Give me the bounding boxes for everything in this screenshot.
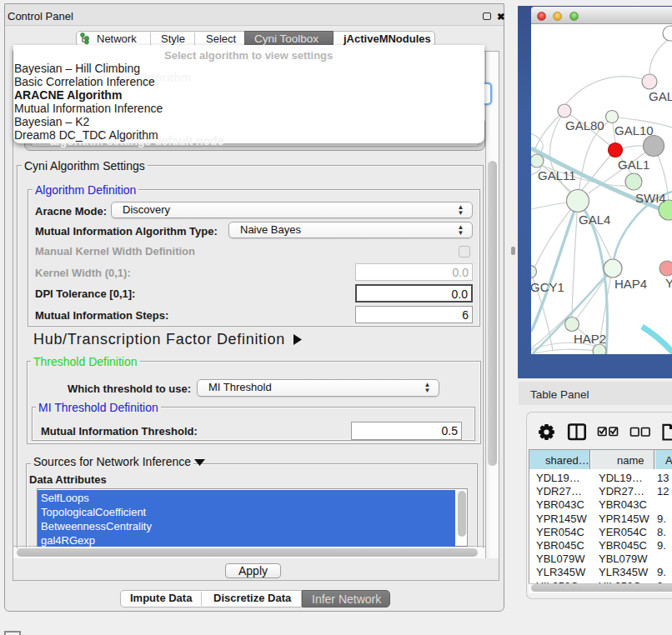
svg-text:GAL11: GAL11: [538, 168, 576, 182]
svg-text:GAL80: GAL80: [565, 118, 604, 132]
svg-text:GAL2: GAL2: [649, 89, 672, 103]
svg-text:HAP4: HAP4: [614, 277, 647, 291]
svg-text:GAL1: GAL1: [618, 158, 649, 172]
svg-text:GAL10: GAL10: [614, 123, 654, 138]
svg-text:GAL4: GAL4: [579, 212, 610, 227]
svg-text:GCY1: GCY1: [531, 280, 564, 294]
svg-text:HAP2: HAP2: [574, 332, 606, 346]
svg-text:SWI4: SWI4: [635, 191, 666, 205]
svg-text:YJ: YJ: [665, 276, 672, 290]
